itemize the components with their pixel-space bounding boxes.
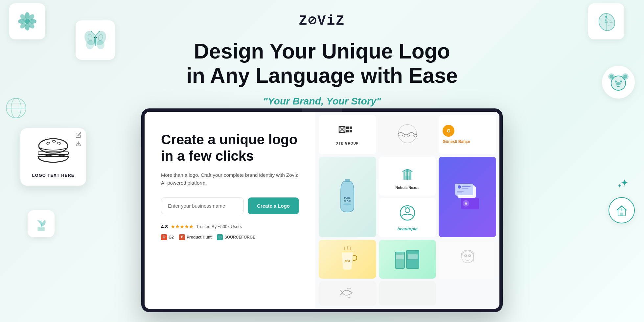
app-description: More than a logo. Craft your complete br…: [161, 171, 299, 187]
app-logo-grid: XTB GROUP G Güneşli Bahçe: [315, 112, 499, 309]
g2-icon: G: [161, 234, 167, 240]
svg-point-35: [616, 82, 621, 85]
svg-point-16: [91, 31, 92, 32]
beautopia-svg: [394, 204, 421, 225]
floating-icon-koala: [602, 66, 635, 99]
floating-icon-flower: [9, 3, 45, 39]
svg-rect-79: [395, 252, 404, 268]
app-left-panel: Create a unique logo in a few clicks Mor…: [145, 112, 315, 309]
svg-rect-84: [408, 254, 418, 259]
hero-subtitle: "Your Brand, Your Story": [174, 96, 470, 107]
rating-row: 4.8 ★★★★★ Trusted By +500k Users: [161, 223, 299, 230]
svg-rect-39: [620, 213, 623, 216]
svg-text:A: A: [465, 202, 467, 205]
ph-icon: P: [179, 234, 185, 240]
logo-card-beautopia: beautopia: [379, 198, 436, 237]
logo-card-gunesli: G Güneşli Bahçe: [439, 115, 496, 154]
svg-point-17: [99, 31, 100, 32]
app-window: Create a unique logo in a few clicks Mor…: [141, 108, 503, 312]
logo-card-waves: [379, 115, 436, 154]
svg-point-86: [465, 255, 467, 257]
badge-producthunt: P Product Hunt: [179, 234, 212, 240]
svg-point-23: [605, 16, 607, 18]
svg-text:FLOW: FLOW: [344, 200, 351, 202]
coffee-svg: aria: [336, 245, 359, 272]
branding-svg: A: [454, 176, 481, 216]
rating-label: Trusted By +500k Users: [196, 224, 242, 229]
floating-icon-home: [609, 197, 635, 223]
svg-text:aria: aria: [345, 259, 350, 263]
svg-point-68: [458, 185, 461, 189]
sf-icon: ⬡: [217, 234, 223, 240]
logo-card-empty: [379, 281, 436, 306]
svg-point-45: [46, 142, 50, 145]
svg-rect-64: [409, 172, 411, 180]
green-pkg-svg: [393, 245, 422, 272]
logo-card-branding: A: [439, 157, 496, 237]
sparkle-icon-small: ✦: [617, 183, 622, 189]
trust-badges: G G2 P Product Hunt ⬡ SOURCEFORGE: [161, 234, 299, 240]
svg-rect-41: [38, 227, 44, 231]
svg-rect-57: [345, 179, 350, 182]
svg-point-33: [610, 75, 613, 79]
download-icon[interactable]: [76, 141, 81, 147]
logo-actions: [76, 132, 81, 147]
svg-point-37: [620, 80, 622, 82]
rating-number: 4.8: [161, 224, 168, 229]
outline-face-svg: [456, 247, 479, 270]
svg-point-44: [39, 139, 68, 153]
gunesli-badge: G: [443, 125, 454, 137]
svg-rect-81: [396, 255, 404, 259]
business-name-input[interactable]: [161, 197, 244, 214]
svg-point-47: [57, 142, 61, 145]
hero-section: Design Your Unique Logo in Any Language …: [174, 39, 470, 107]
svg-rect-70: [462, 188, 468, 189]
svg-text:PURE: PURE: [344, 197, 351, 199]
floating-icon-plant: [28, 210, 55, 237]
svg-point-60: [343, 203, 351, 205]
floating-icon-butterfly: [76, 20, 115, 60]
app-main-title: Create a unique logo in a few clicks: [161, 131, 299, 165]
svg-point-18: [94, 37, 95, 38]
svg-rect-67: [455, 184, 473, 195]
svg-point-88: [349, 291, 350, 292]
floating-icon-globe: [3, 95, 29, 121]
create-logo-button[interactable]: Create a Logo: [248, 197, 299, 214]
svg-point-0: [25, 19, 30, 24]
svg-point-46: [52, 140, 56, 142]
nebula-label: Nebula Nexus: [396, 186, 420, 190]
sparkle-icon: ✦: [621, 177, 628, 188]
ph-label: Product Hunt: [187, 235, 212, 240]
window-inner: Create a unique logo in a few clicks Mor…: [145, 112, 499, 309]
gunesli-label: Güneşli Bahçe: [443, 139, 470, 144]
logo-card-fish: [319, 281, 376, 306]
svg-rect-40: [621, 208, 622, 211]
edit-icon[interactable]: [76, 132, 81, 138]
logo-card-coffee: aria: [319, 240, 376, 279]
logo-card-nebula: Nebula Nexus: [379, 157, 436, 196]
svg-point-34: [623, 75, 627, 79]
badge-sourceforge: ⬡ SOURCEFORGE: [217, 234, 255, 240]
floating-icon-leaf: [588, 3, 624, 39]
search-row: Create a Logo: [161, 197, 299, 214]
sf-label: SOURCEFORGE: [224, 235, 255, 240]
bottle-svg: PURE FLOW: [337, 176, 357, 216]
nebula-svg: [396, 163, 419, 182]
brand-logo: Z⊘ViZ: [299, 12, 345, 29]
logo-text-label: LOGO TEXT HERE: [32, 173, 75, 178]
g2-label: G2: [169, 235, 174, 240]
logo-card-outline-face: [439, 240, 496, 279]
beautopia-label: beautopia: [397, 226, 417, 231]
svg-rect-69: [462, 186, 471, 187]
logo-card-xtb: XTB GROUP: [319, 115, 376, 154]
logo-card-green-pkg: [379, 240, 436, 279]
fish-svg: [336, 281, 359, 304]
svg-rect-71: [457, 191, 464, 192]
svg-point-36: [615, 80, 617, 82]
svg-rect-62: [403, 172, 405, 180]
svg-rect-82: [406, 250, 419, 268]
badge-g2: G G2: [161, 234, 174, 240]
rating-stars: ★★★★★: [171, 223, 194, 230]
xtb-svg: [337, 124, 357, 140]
svg-point-19: [96, 37, 97, 38]
